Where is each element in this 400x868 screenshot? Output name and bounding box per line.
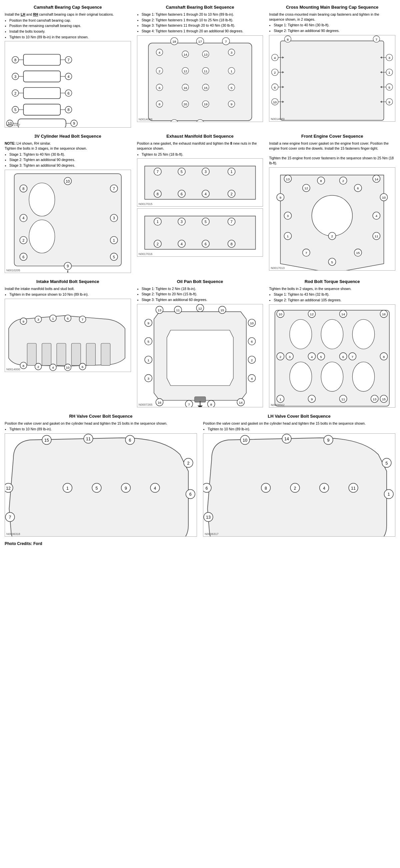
svg-text:8: 8 xyxy=(265,486,267,490)
svg-text:9: 9 xyxy=(327,438,330,443)
svg-text:4: 4 xyxy=(205,192,207,196)
svg-text:8: 8 xyxy=(320,179,322,183)
svg-text:7: 7 xyxy=(82,318,84,321)
diagram-id-lh-valve-cover: N0006317 xyxy=(205,532,219,536)
svg-text:5: 5 xyxy=(386,461,388,465)
bullet: Install the bolts loosely. xyxy=(9,29,131,34)
svg-rect-37 xyxy=(148,43,252,121)
svg-text:5: 5 xyxy=(320,355,322,358)
svg-text:14: 14 xyxy=(284,437,289,441)
row-2: 3V Cylinder Head Bolt Sequence NOTE: LH … xyxy=(3,132,397,274)
diagram-lh-valve-cover: 10 14 9 5 1 3 7 12 xyxy=(203,433,395,537)
title-intake-manifold-bolt: Intake Manifold Bolt Sequence xyxy=(5,279,131,285)
diagram-id-rh-valve-cover: N0006318 xyxy=(6,532,20,536)
svg-text:9: 9 xyxy=(311,397,313,401)
svg-point-278 xyxy=(290,319,312,349)
svg-text:9: 9 xyxy=(280,196,282,199)
text-rod-bolt-torque: Tighten the bolts in 2 stages, in the se… xyxy=(269,286,395,303)
svg-text:8: 8 xyxy=(210,402,212,406)
svg-camshaft-bearing-cap: 8 7 3 4 xyxy=(5,41,131,128)
svg-text:9: 9 xyxy=(125,486,127,490)
svg-text:7: 7 xyxy=(305,251,307,255)
svg-cylinder-head-bolt: 8 4 2 6 7 3 1 5 xyxy=(5,170,131,273)
svg-text:2: 2 xyxy=(37,365,39,369)
svg-text:2: 2 xyxy=(342,179,344,183)
title-front-engine-cover: Front Engine Cover Sequence xyxy=(269,134,395,140)
svg-text:11: 11 xyxy=(375,234,379,238)
diagram-rh-valve-cover: 15 11 6 2 6 8 13 3 xyxy=(5,433,197,537)
svg-text:4: 4 xyxy=(181,242,183,246)
svg-rect-81 xyxy=(281,41,384,120)
text-lh-valve-cover: Position the valve cover and gasket on t… xyxy=(203,421,395,432)
page: Camshaft Bearing Cap Sequence Install th… xyxy=(0,0,400,549)
svg-text:15: 15 xyxy=(220,308,224,312)
svg-text:6: 6 xyxy=(181,192,183,196)
svg-rect-219 xyxy=(101,343,110,365)
svg-rect-217 xyxy=(71,343,81,365)
svg-text:3: 3 xyxy=(287,214,289,218)
svg-text:7: 7 xyxy=(67,58,69,62)
svg-front-engine-cover: 14 10 4 6 2 8 12 13 9 xyxy=(269,168,395,271)
svg-text:5: 5 xyxy=(113,255,115,259)
title-camshaft-bearing-cap: Camshaft Bearing Cap Sequence xyxy=(5,5,131,10)
svg-point-279 xyxy=(321,319,343,349)
svg-text:6: 6 xyxy=(129,438,131,443)
diagram-cross-mounting-main: 8 7 4 3 2 1 6 5 xyxy=(269,35,395,122)
svg-text:4: 4 xyxy=(22,216,24,220)
svg-text:14: 14 xyxy=(375,177,379,181)
svg-text:8: 8 xyxy=(14,58,16,62)
svg-point-282 xyxy=(321,362,343,391)
svg-point-180 xyxy=(312,195,353,236)
section-intake-manifold-bolt: Intake Manifold Bolt Sequence Install th… xyxy=(3,278,132,409)
svg-text:3: 3 xyxy=(181,220,183,224)
svg-text:16: 16 xyxy=(158,401,162,404)
svg-text:14: 14 xyxy=(183,52,187,56)
svg-rect-216 xyxy=(57,343,66,365)
svg-text:6: 6 xyxy=(274,85,276,89)
svg-text:11: 11 xyxy=(204,69,208,73)
svg-text:2: 2 xyxy=(157,242,159,246)
bullet: Tighten to 10 Nm (89 lb-in). xyxy=(9,427,197,432)
svg-text:6: 6 xyxy=(206,486,208,490)
text-cross-mounting-main: Install the cross-mounted main bearing c… xyxy=(269,12,395,33)
svg-text:11: 11 xyxy=(86,437,91,441)
svg-text:7: 7 xyxy=(352,355,354,358)
text-oil-pan-bolt: Stage 1: Tighten to 2 Nm (18 lb-in). Sta… xyxy=(137,286,263,302)
section-front-engine-cover: Front Engine Cover Sequence Install a ne… xyxy=(268,132,397,274)
svg-text:8: 8 xyxy=(23,364,25,368)
diagram-id-camshaft-bearing-cap: N0011337 xyxy=(6,123,20,127)
svg-text:7: 7 xyxy=(225,40,227,43)
svg-text:10: 10 xyxy=(382,196,386,199)
svg-text:1: 1 xyxy=(280,397,282,401)
svg-text:2: 2 xyxy=(251,358,253,362)
svg-text:1: 1 xyxy=(147,358,149,362)
diagram-id-exhaust-manifold-top: N0017015 xyxy=(139,202,153,206)
text-intake-manifold-bolt: Install the intake manifold bolts and st… xyxy=(5,286,131,297)
svg-point-280 xyxy=(353,319,375,349)
diagram-id-cylinder-head-bolt: N0010205 xyxy=(6,269,20,272)
svg-rect-120 xyxy=(14,174,121,266)
svg-text:12: 12 xyxy=(183,69,187,73)
bullet: Stage 3: Tighten an additional 60 degree… xyxy=(142,297,263,302)
svg-text:7: 7 xyxy=(230,220,232,224)
section-exhaust-manifold-bolt: Exhaust Manifold Bolt Sequence Position … xyxy=(136,132,265,274)
text-camshaft-bearing-cap: Install the LH and RH camshaft bearing c… xyxy=(5,12,131,39)
svg-text:1: 1 xyxy=(230,170,232,174)
bullet: Stage 3: Tighten an additional 90 degree… xyxy=(9,163,131,168)
svg-text:5: 5 xyxy=(14,108,16,112)
bullet: Stage 2: Tighten an additional 90 degree… xyxy=(274,28,395,33)
section-rod-bolt-torque: Rod Bolt Torque Sequence Tighten the bol… xyxy=(268,278,397,409)
svg-oil-pan-bolt: 11 12 10 6 2 4 8 14 xyxy=(137,304,263,407)
svg-text:10: 10 xyxy=(243,438,247,443)
svg-text:16: 16 xyxy=(382,312,386,316)
bullet: Stage 2: Tighten an additional 90 degree… xyxy=(9,157,131,162)
svg-text:4: 4 xyxy=(274,56,276,60)
bullet: Stage 1: Tighten to 40 Nm (30 lb-ft). xyxy=(9,152,131,157)
svg-text:10: 10 xyxy=(250,321,254,325)
svg-point-122 xyxy=(29,220,55,253)
svg-rect-218 xyxy=(86,343,96,365)
section-camshaft-bearing-cap: Camshaft Bearing Cap Sequence Install th… xyxy=(3,3,132,129)
svg-text:15: 15 xyxy=(382,397,386,401)
svg-text:20: 20 xyxy=(198,122,202,122)
diagram-id-exhaust-manifold-bottom: N0017016 xyxy=(139,252,153,256)
